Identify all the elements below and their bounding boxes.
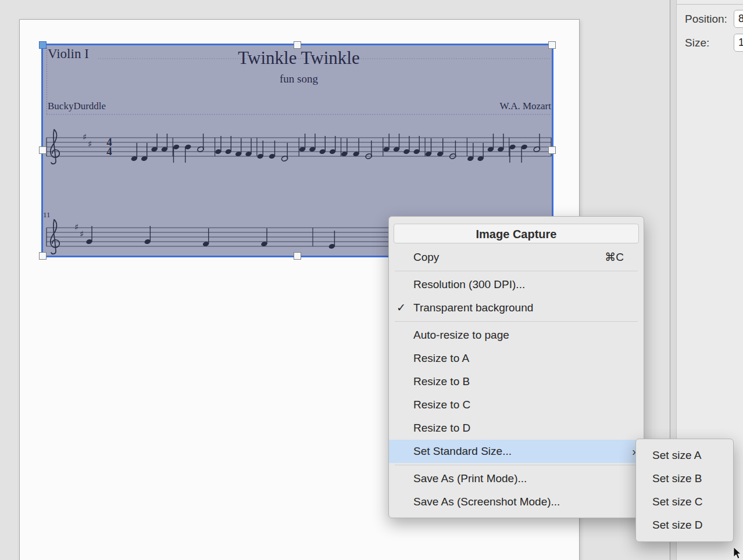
- menu-item-label: Auto-resize to page: [413, 329, 509, 341]
- selection-handle-bottom-left[interactable]: [39, 252, 47, 260]
- menu-item-set-size-c[interactable]: Set size C: [636, 490, 733, 514]
- menu-item-save-as-screenshot-mode[interactable]: Save As (Screenshot Mode)...: [389, 490, 644, 514]
- position-input[interactable]: [734, 10, 743, 28]
- menu-item-label: Set size C: [652, 496, 703, 508]
- selection-handle-mid-left[interactable]: [39, 146, 47, 154]
- menu-item-resize-to-d[interactable]: Resize to D: [389, 417, 644, 440]
- menu-item-copy[interactable]: Copy⌘C: [389, 246, 644, 269]
- menu-item-resolution-300-dpi[interactable]: Resolution (300 DPI)...: [389, 273, 644, 296]
- selection-handle-top-right[interactable]: [548, 41, 556, 49]
- menu-item-resize-to-b[interactable]: Resize to B: [389, 370, 644, 393]
- menu-item-label: Resize to C: [413, 399, 470, 411]
- menu-item-label: Transparent background: [413, 301, 533, 314]
- menu-item-resize-to-a[interactable]: Resize to A: [389, 347, 644, 370]
- selection-handle-mid-right[interactable]: [548, 146, 556, 154]
- selection-handle-bottom-center[interactable]: [294, 252, 301, 260]
- position-label: Position:: [685, 13, 727, 26]
- menu-item-transparent-background[interactable]: ✓Transparent background: [389, 296, 644, 320]
- selection-handle-top-center[interactable]: [294, 41, 301, 49]
- menu-item-resize-to-c[interactable]: Resize to C: [389, 393, 644, 417]
- menu-item-save-as-print-mode[interactable]: Save As (Print Mode)...: [389, 467, 644, 490]
- size-label: Size:: [685, 37, 709, 49]
- image-capture-context-menu: Image Capture Copy⌘CResolution (300 DPI)…: [388, 216, 644, 518]
- menu-item-auto-resize-to-page[interactable]: Auto-resize to page: [389, 324, 644, 347]
- menu-item-set-size-b[interactable]: Set size B: [636, 467, 733, 490]
- context-menu-title: Image Capture: [394, 224, 639, 243]
- menu-item-label: Save As (Screenshot Mode)...: [413, 496, 560, 508]
- menu-item-label: Save As (Print Mode)...: [413, 472, 527, 484]
- size-input[interactable]: [734, 34, 743, 52]
- menu-item-label: Resize to B: [413, 375, 470, 387]
- menu-separator: [395, 271, 638, 271]
- menu-separator: [395, 465, 638, 465]
- menu-item-label: Set size D: [652, 519, 703, 531]
- menu-item-label: Resolution (300 DPI)...: [413, 278, 525, 290]
- checkmark-icon: ✓: [396, 296, 406, 320]
- menu-item-label: Set size A: [652, 449, 702, 461]
- menu-item-label: Set Standard Size...: [413, 445, 512, 457]
- mouse-cursor: [733, 547, 743, 560]
- set-standard-size-submenu: Set size ASet size BSet size CSet size D: [635, 439, 734, 542]
- menu-item-label: Resize to D: [413, 422, 470, 434]
- menu-item-set-standard-size[interactable]: Set Standard Size...›: [389, 440, 644, 463]
- menu-item-label: Copy: [413, 251, 439, 263]
- selection-handle-top-left[interactable]: [39, 41, 47, 49]
- menu-item-set-size-a[interactable]: Set size A: [636, 444, 733, 467]
- menu-separator: [395, 321, 638, 322]
- panel-top-divider: [677, 4, 743, 5]
- menu-item-label: Resize to A: [413, 352, 469, 364]
- menu-item-set-size-d[interactable]: Set size D: [636, 514, 733, 537]
- menu-item-label: Set size B: [652, 472, 702, 484]
- shortcut-label: ⌘C: [605, 246, 624, 269]
